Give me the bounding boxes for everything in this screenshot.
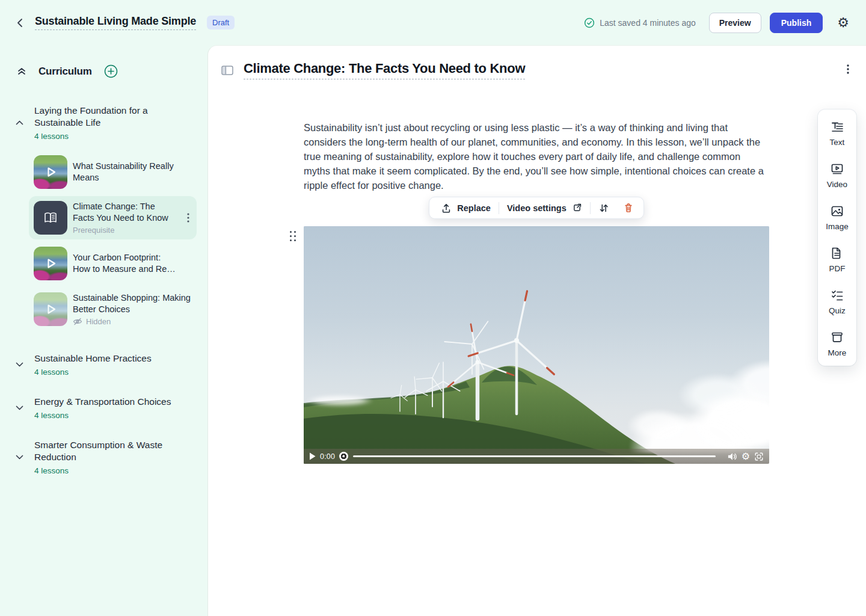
topbar: Sustainable Living Made Simple Draft Las… xyxy=(0,0,866,45)
progress-bar[interactable] xyxy=(353,455,716,457)
move-block-button[interactable] xyxy=(591,197,617,218)
image-block-icon xyxy=(830,204,844,218)
lesson-content: Sustainability isn’t just about recyclin… xyxy=(304,120,769,464)
publish-button[interactable]: Publish xyxy=(770,13,823,33)
back-chevron-icon xyxy=(16,17,25,28)
preview-button[interactable]: Preview xyxy=(709,13,761,33)
block-label: Quiz xyxy=(829,306,846,315)
lesson-options-button[interactable] xyxy=(844,62,852,76)
video-thumbnail xyxy=(34,155,67,189)
settings-button[interactable]: ⚙ xyxy=(830,14,852,32)
pdf-block-icon xyxy=(830,246,844,260)
toggle-sidebar-button[interactable] xyxy=(219,63,236,78)
fullscreen-icon[interactable] xyxy=(754,452,764,461)
chevron-down-icon xyxy=(14,405,24,410)
insert-text-button[interactable]: Text xyxy=(830,120,845,147)
check-circle-icon xyxy=(584,17,595,28)
kebab-icon xyxy=(187,213,189,223)
course-title[interactable]: Sustainable Living Made Simple xyxy=(35,15,196,30)
section-header[interactable]: Energy & Transportation Choices 4 lesson… xyxy=(14,396,207,420)
play-icon xyxy=(34,155,67,189)
insert-quiz-button[interactable]: Quiz xyxy=(829,288,846,315)
block-label: Image xyxy=(826,222,849,231)
play-icon xyxy=(34,247,67,280)
quiz-block-icon xyxy=(830,288,844,303)
gear-icon: ⚙ xyxy=(837,16,849,29)
curriculum-section: Laying the Foundation for a Sustainable … xyxy=(14,105,207,331)
delete-block-button[interactable] xyxy=(617,197,640,218)
video-block-toolbar: Replace Video settings xyxy=(429,197,643,219)
section-lesson-count: 4 lessons xyxy=(34,132,176,141)
status-badge: Draft xyxy=(207,16,235,29)
lesson-tag: Prerequisite xyxy=(73,226,192,235)
kebab-icon xyxy=(847,64,849,74)
section-header[interactable]: Sustainable Home Practices 4 lessons xyxy=(14,353,207,377)
panel-layout-icon xyxy=(221,66,233,75)
lesson-item-selected[interactable]: Climate Change: The Facts You Need to Kn… xyxy=(29,196,197,239)
video-thumbnail xyxy=(34,292,67,326)
curriculum-header: Curriculum xyxy=(14,62,207,81)
trash-icon xyxy=(623,202,634,214)
add-section-button[interactable] xyxy=(102,62,120,81)
section-title: Energy & Transportation Choices xyxy=(34,396,171,408)
replace-label: Replace xyxy=(457,203,491,213)
lesson-tag: Hidden xyxy=(86,317,111,326)
lesson-editor-panel: Climate Change: The Facts You Need to Kn… xyxy=(207,45,866,616)
replace-video-button[interactable]: Replace xyxy=(433,197,499,218)
block-label: Video xyxy=(827,180,847,189)
lesson-item[interactable]: What Sustainability Really Means xyxy=(29,150,197,194)
section-lesson-count: 4 lessons xyxy=(34,411,171,420)
lesson-header: Climate Change: The Facts You Need to Kn… xyxy=(208,46,866,79)
lesson-page-title[interactable]: Climate Change: The Facts You Need to Kn… xyxy=(244,61,525,79)
lesson-title: Sustainable Shopping: Making Better Choi… xyxy=(73,292,192,315)
more-blocks-button[interactable]: More xyxy=(828,330,847,357)
chevron-down-icon xyxy=(14,362,24,367)
insert-image-button[interactable]: Image xyxy=(826,204,849,231)
external-link-icon xyxy=(572,203,582,213)
insert-pdf-button[interactable]: PDF xyxy=(829,246,846,273)
lesson-list: What Sustainability Really Means Climate… xyxy=(14,150,207,331)
chevron-down-icon xyxy=(14,455,24,460)
video-frame-clouds-left xyxy=(304,393,394,408)
settings-label: Video settings xyxy=(507,203,567,213)
book-icon xyxy=(43,211,58,225)
section-header[interactable]: Laying the Foundation for a Sustainable … xyxy=(14,105,207,141)
video-frame-clouds xyxy=(583,315,769,453)
section-lesson-count: 4 lessons xyxy=(34,466,176,475)
scrubber-handle[interactable] xyxy=(339,452,348,461)
volume-icon[interactable] xyxy=(727,452,737,461)
reading-thumbnail xyxy=(34,201,67,235)
plus-circle-icon xyxy=(104,64,118,78)
double-chevron-up-icon xyxy=(17,67,26,76)
video-settings-button[interactable]: Video settings xyxy=(499,197,590,218)
curriculum-section: Energy & Transportation Choices 4 lesson… xyxy=(14,396,207,420)
section-title: Smarter Consumption & Waste Reduction xyxy=(34,439,176,463)
player-settings-icon[interactable]: ⚙ xyxy=(742,452,750,461)
drag-handle-icon[interactable] xyxy=(289,230,298,243)
collapse-all-button[interactable] xyxy=(14,64,29,78)
save-status: Last saved 4 minutes ago xyxy=(584,17,696,28)
eye-off-icon xyxy=(73,317,82,326)
section-header[interactable]: Smarter Consumption & Waste Reduction 4 … xyxy=(14,439,207,475)
lesson-title: Climate Change: The Facts You Need to Kn… xyxy=(73,201,171,224)
play-button[interactable] xyxy=(309,452,316,460)
curriculum-sidebar: Curriculum Laying the Foundation for a S… xyxy=(0,45,207,616)
lesson-item-hidden[interactable]: Sustainable Shopping: Making Better Choi… xyxy=(29,288,197,331)
upload-icon xyxy=(441,203,452,214)
text-block[interactable]: Sustainability isn’t just about recyclin… xyxy=(304,120,769,192)
lesson-menu-button[interactable] xyxy=(185,211,192,225)
insert-video-button[interactable]: Video xyxy=(827,162,847,189)
curriculum-section: Sustainable Home Practices 4 lessons xyxy=(14,353,207,377)
more-blocks-icon xyxy=(830,330,844,345)
block-label: Text xyxy=(830,138,845,147)
section-title: Laying the Foundation for a Sustainable … xyxy=(34,105,176,129)
back-button[interactable] xyxy=(13,15,28,31)
block-label: PDF xyxy=(829,264,846,273)
lesson-item[interactable]: Your Carbon Footprint: How to Measure an… xyxy=(29,242,197,285)
video-time: 0:00 xyxy=(320,452,335,461)
lesson-title: What Sustainability Really Means xyxy=(73,161,192,183)
video-block: 0:00 ⚙ xyxy=(304,226,769,464)
video-controls: 0:00 ⚙ xyxy=(304,449,769,464)
section-title: Sustainable Home Practices xyxy=(34,353,152,365)
video-player[interactable]: 0:00 ⚙ xyxy=(304,226,769,464)
